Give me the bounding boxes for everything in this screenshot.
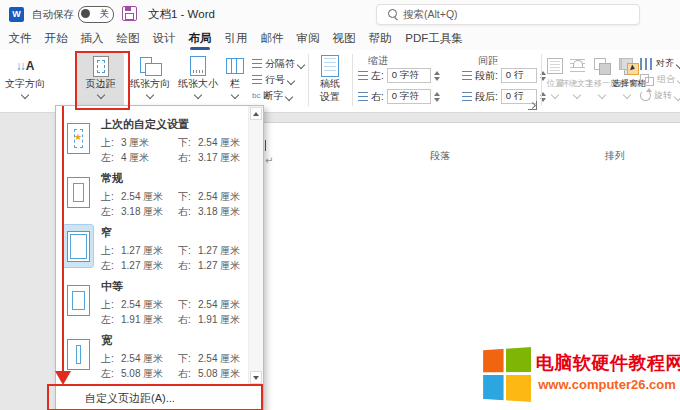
star-icon: ★ — [68, 132, 89, 142]
autosave-label: 自动保存 — [32, 8, 74, 22]
arrange-group-label: 排列 — [585, 149, 645, 163]
windows-logo-icon — [483, 347, 532, 403]
search-icon — [388, 9, 397, 18]
tab-draw[interactable]: 绘图 — [116, 31, 140, 46]
tab-view[interactable]: 视图 — [332, 31, 356, 46]
scroll-down-icon — [253, 376, 259, 380]
tab-layout[interactable]: 布局 — [188, 31, 212, 46]
margin-item-moderate[interactable]: 中等 上:2.54 厘米下:2.54 厘米 左:1.91 厘米右:1.91 厘米 — [56, 274, 249, 328]
scroll-down-button[interactable] — [250, 371, 262, 384]
tab-references[interactable]: 引用 — [224, 31, 248, 46]
margin-item-wide[interactable]: 宽 上:2.54 厘米下:2.54 厘米 左:5.08 厘米右:5.08 厘米 — [56, 328, 249, 382]
paragraph-mark: ↵ — [265, 155, 273, 166]
paragraph-group-label: 段落 — [420, 149, 460, 163]
margins-dropdown: ★ 上次的自定义设置 上:3 厘米下:2.54 厘米 左:4 厘米右:3.17 … — [55, 105, 264, 410]
tab-mailings[interactable]: 邮件 — [260, 31, 284, 46]
autosave-state: 关 — [100, 8, 110, 21]
tab-pdf-tools[interactable]: PDF工具集 — [404, 31, 464, 46]
ribbon-tab-row: 文件 开始 插入 绘图 设计 布局 引用 邮件 审阅 视图 帮助 PDF工具集 — [0, 28, 680, 50]
margin-preset-icon-selected — [63, 225, 93, 267]
tab-review[interactable]: 审阅 — [296, 31, 320, 46]
title-bar: W 自动保存 关 文档1 - Word 搜索(Alt+Q) — [0, 0, 680, 28]
margin-item-last-custom[interactable]: ★ 上次的自定义设置 上:3 厘米下:2.54 厘米 左:4 厘米右:3.17 … — [56, 112, 249, 166]
margin-item-normal[interactable]: 常规 上:2.54 厘米下:2.54 厘米 左:3.18 厘米右:3.18 厘米 — [56, 166, 249, 220]
text-caret — [265, 140, 266, 151]
margin-preset-icon: ★ — [63, 117, 93, 159]
margin-preset-icon — [63, 171, 93, 213]
search-placeholder: 搜索(Alt+Q) — [403, 8, 458, 22]
watermark-site-name: 电脑软硬件教程网 — [536, 351, 678, 375]
margins-list: ★ 上次的自定义设置 上:3 厘米下:2.54 厘米 左:4 厘米右:3.17 … — [56, 106, 249, 385]
margin-preset-icon — [63, 279, 93, 321]
tab-file[interactable]: 文件 — [8, 31, 32, 46]
menu-separator — [57, 385, 262, 386]
margin-preset-icon — [63, 333, 93, 375]
watermark: 电脑软硬件教程网 www.computer26.com — [472, 345, 678, 407]
search-box[interactable]: 搜索(Alt+Q) — [376, 4, 640, 25]
dropdown-scrollbar[interactable] — [248, 106, 263, 385]
margin-item-custom[interactable]: 自定义页边距(A)... — [57, 387, 262, 409]
scroll-up-icon — [253, 112, 259, 116]
margin-item-narrow[interactable]: 窄 上:1.27 厘米下:1.27 厘米 左:1.27 厘米右:1.27 厘米 — [56, 220, 249, 274]
toggle-knob-icon — [81, 9, 90, 18]
tab-help[interactable]: 帮助 — [368, 31, 392, 46]
arrange-right — [545, 50, 680, 112]
tab-home[interactable]: 开始 — [44, 31, 68, 46]
tab-design[interactable]: 设计 — [152, 31, 176, 46]
word-app-icon[interactable]: W — [9, 7, 24, 22]
save-icon[interactable] — [122, 6, 137, 21]
document-title: 文档1 - Word — [148, 7, 215, 22]
tab-insert[interactable]: 插入 — [80, 31, 104, 46]
watermark-site-url: www.computer26.com — [536, 377, 678, 392]
autosave-toggle[interactable]: 关 — [78, 6, 114, 23]
scroll-up-button[interactable] — [250, 107, 262, 120]
